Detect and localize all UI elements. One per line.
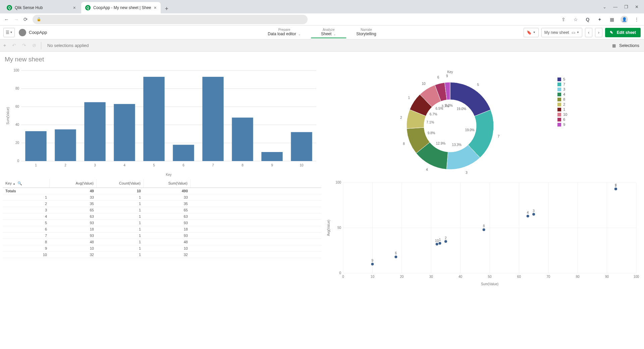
app-header: ☰ ▼ CoopApp Prepare Data load editor⌄ An… [0, 26, 644, 40]
svg-text:7: 7 [498, 135, 500, 138]
bookmark-button[interactable]: 🔖 ▼ [524, 28, 539, 37]
legend-item[interactable]: 6 [557, 117, 567, 121]
legend-item[interactable]: 8 [557, 97, 567, 101]
tab-prepare[interactable]: Prepare Data load editor⌄ [258, 27, 311, 38]
tab-coopapp[interactable]: Q CoopApp - My new sheet | Shee × [81, 2, 161, 13]
selections-label[interactable]: Selections [619, 43, 639, 48]
favicon: Q [7, 5, 12, 10]
back-icon[interactable]: ← [4, 16, 9, 22]
table-row[interactable]: 235135 [3, 201, 321, 207]
table-header: Key ▲ 🔍 Avg(Value) Count(Value) Sum(Valu… [3, 179, 321, 188]
svg-text:7.1%: 7.1% [426, 120, 434, 124]
svg-text:20: 20 [15, 141, 19, 145]
bar-chart[interactable]: 02040608010012345678910KeySum(Value) [3, 67, 321, 178]
close-icon[interactable]: × [73, 5, 76, 10]
data-table[interactable]: Key ▲ 🔍 Avg(Value) Count(Value) Sum(Valu… [3, 179, 321, 287]
svg-point-97 [483, 228, 485, 231]
svg-rect-16 [84, 102, 105, 161]
table-row[interactable]: 593193 [3, 220, 321, 226]
svg-text:40: 40 [15, 123, 19, 127]
share-icon[interactable]: ⇪ [560, 16, 567, 23]
legend-item[interactable]: 9 [557, 122, 567, 127]
table-row[interactable]: 463163 [3, 213, 321, 220]
legend-item[interactable]: 2 [557, 102, 567, 106]
col-key[interactable]: Key ▲ 🔍 [3, 179, 50, 188]
svg-text:2: 2 [445, 236, 447, 240]
svg-point-93 [394, 255, 397, 258]
table-row[interactable]: 793193 [3, 233, 321, 239]
table-row[interactable]: 133133 [3, 194, 321, 201]
scatter-chart[interactable]: 010203040506070809010005010012345678910S… [323, 179, 641, 287]
close-window-icon[interactable]: ✕ [635, 4, 639, 9]
chevron-down-icon[interactable]: ⌄ [603, 4, 606, 9]
svg-rect-30 [291, 132, 312, 161]
svg-text:12.9%: 12.9% [436, 142, 445, 145]
svg-text:7: 7 [615, 184, 617, 187]
selections-tool-icon[interactable]: ▦ [612, 43, 616, 48]
legend-item[interactable]: 4 [557, 92, 567, 96]
apps-icon[interactable]: ▦ [608, 16, 615, 23]
maximize-icon[interactable]: ❐ [624, 4, 628, 9]
legend-item[interactable]: 7 [557, 82, 567, 86]
svg-rect-18 [114, 104, 135, 161]
legend-item[interactable]: 1 [557, 107, 567, 111]
svg-text:0: 0 [339, 271, 341, 275]
table-row[interactable]: 1032132 [3, 252, 321, 258]
svg-point-85 [444, 240, 447, 243]
legend-item[interactable]: 5 [557, 77, 567, 81]
minimize-icon[interactable]: — [613, 4, 618, 9]
svg-text:8: 8 [483, 224, 485, 228]
table-row[interactable]: 848148 [3, 239, 321, 245]
legend-item[interactable]: 10 [557, 112, 567, 116]
svg-text:3: 3 [466, 171, 468, 174]
new-tab-button[interactable]: + [162, 4, 171, 13]
tab-qlik-hub[interactable]: Q Qlik Sense Hub × [3, 2, 80, 13]
table-row[interactable]: 618118 [3, 226, 321, 233]
svg-rect-28 [261, 152, 282, 161]
avatar[interactable]: 👤 [621, 16, 628, 23]
menu-icon[interactable]: ⋮ [633, 16, 640, 23]
svg-rect-22 [173, 145, 194, 161]
svg-text:100: 100 [13, 68, 19, 72]
col-sum[interactable]: Sum(Value) [144, 179, 191, 188]
svg-point-87 [532, 213, 535, 216]
tab-narrate[interactable]: Narrate Storytelling [346, 27, 386, 38]
search-icon[interactable]: Q [584, 16, 591, 23]
table-row[interactable]: 365165 [3, 207, 321, 213]
svg-text:9: 9 [372, 259, 374, 262]
svg-text:19.0%: 19.0% [465, 128, 474, 132]
svg-text:10: 10 [422, 82, 426, 86]
address-bar: ← → ⟳ 🔒 ⇪ ☆ Q ✦ ▦ 👤 ⋮ [0, 13, 644, 26]
close-icon[interactable]: × [154, 5, 157, 10]
svg-text:0: 0 [17, 159, 19, 163]
col-avg[interactable]: Avg(Value) [50, 179, 97, 188]
smart-search-icon[interactable]: ⌖ [3, 43, 6, 48]
svg-point-89 [527, 215, 529, 217]
sheet-dropdown[interactable]: My new sheet ▭ ▼ [541, 28, 582, 37]
edit-sheet-button[interactable]: ✎ Edit sheet [605, 28, 641, 37]
hamburger-menu[interactable]: ☰ ▼ [3, 28, 15, 37]
svg-text:60: 60 [517, 275, 521, 279]
svg-text:100: 100 [335, 181, 341, 184]
star-icon[interactable]: ☆ [572, 16, 579, 23]
svg-rect-24 [202, 77, 223, 161]
svg-text:9: 9 [271, 163, 273, 167]
app-logo [19, 29, 26, 36]
selections-text: No selections applied [47, 43, 89, 48]
legend-item[interactable]: 3 [557, 87, 567, 91]
svg-text:Avg(Value): Avg(Value) [327, 220, 330, 236]
extensions-icon[interactable]: ✦ [596, 16, 603, 23]
reload-icon[interactable]: ⟳ [23, 16, 28, 22]
col-count[interactable]: Count(Value) [97, 179, 144, 188]
app-name: CoopApp [29, 30, 47, 35]
nav-tabs: Prepare Data load editor⌄ Analyze Sheet⌄… [258, 27, 386, 38]
table-row[interactable]: 910110 [3, 245, 321, 252]
svg-text:6: 6 [182, 163, 184, 167]
svg-text:7: 7 [212, 163, 214, 167]
tab-analyze[interactable]: Analyze Sheet⌄ [311, 27, 346, 38]
donut-chart[interactable]: Key19.0%519.0%713.3%312.9%49.8%87.1%26.7… [323, 67, 641, 178]
next-sheet-button[interactable]: › [595, 28, 602, 37]
url-input[interactable]: 🔒 [33, 15, 308, 24]
prev-sheet-button[interactable]: ‹ [585, 28, 592, 37]
step-back-icon: ↶ [12, 43, 16, 48]
